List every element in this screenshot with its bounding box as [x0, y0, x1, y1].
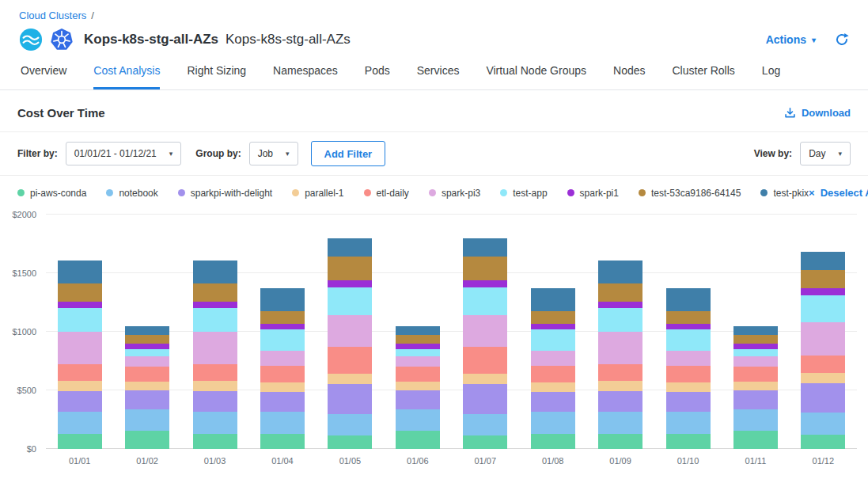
- bar-segment-etl-daily[interactable]: [125, 367, 169, 382]
- bar-segment-notebook[interactable]: [801, 413, 845, 435]
- bar-segment-parallel-1[interactable]: [666, 382, 711, 393]
- actions-button[interactable]: Actions ▾: [766, 33, 816, 46]
- bar-segment-spark-pi3[interactable]: [666, 351, 711, 366]
- bar-segment-etl-daily[interactable]: [328, 347, 372, 374]
- bar-segment-spark-pi1[interactable]: [328, 280, 372, 287]
- tab-cost-analysis[interactable]: Cost Analysis: [93, 64, 160, 89]
- bar-segment-test-pkix[interactable]: [260, 288, 305, 311]
- bar-segment-test-pkix[interactable]: [666, 288, 711, 311]
- legend-item-test-app[interactable]: test-app: [500, 188, 547, 199]
- bar-segment-sparkpi-with-delight[interactable]: [260, 392, 305, 412]
- bar-segment-spark-pi3[interactable]: [531, 351, 575, 366]
- bar-segment-spark-pi3[interactable]: [733, 356, 778, 367]
- bar-segment-notebook[interactable]: [598, 412, 642, 434]
- bar-segment-spark-pi3[interactable]: [125, 356, 169, 367]
- bar-segment-test-app[interactable]: [396, 349, 440, 357]
- bar-segment-notebook[interactable]: [193, 412, 237, 434]
- bar-segment-parallel-1[interactable]: [396, 382, 440, 390]
- tab-services[interactable]: Services: [417, 64, 460, 89]
- bar-segment-test-53ca9186-64145[interactable]: [125, 335, 169, 343]
- bar-segment-sparkpi-with-delight[interactable]: [328, 384, 372, 414]
- bar-segment-parallel-1[interactable]: [598, 381, 642, 391]
- tab-nodes[interactable]: Nodes: [613, 64, 645, 89]
- bar-segment-parallel-1[interactable]: [125, 382, 169, 390]
- legend-item-etl-daily[interactable]: etl-daily: [364, 188, 409, 199]
- bar-segment-test-pkix[interactable]: [531, 288, 575, 311]
- bar-segment-pi-aws-conda[interactable]: [531, 434, 575, 449]
- bar-segment-test-app[interactable]: [260, 329, 305, 351]
- bar-segment-notebook[interactable]: [463, 414, 507, 435]
- bar-segment-spark-pi1[interactable]: [396, 344, 440, 349]
- bar-segment-notebook[interactable]: [328, 414, 372, 435]
- stacked-bar-01-09[interactable]: [598, 215, 642, 449]
- bar-segment-spark-pi3[interactable]: [193, 332, 237, 364]
- bar-segment-parallel-1[interactable]: [328, 374, 372, 384]
- bar-segment-spark-pi1[interactable]: [58, 302, 102, 308]
- legend-item-spark-pi1[interactable]: spark-pi1: [567, 188, 619, 199]
- bar-segment-sparkpi-with-delight[interactable]: [58, 391, 102, 412]
- bar-segment-test-app[interactable]: [801, 295, 845, 322]
- bar-segment-spark-pi1[interactable]: [666, 324, 711, 329]
- bar-segment-spark-pi3[interactable]: [801, 322, 845, 356]
- tab-cluster-rolls[interactable]: Cluster Rolls: [672, 64, 734, 89]
- bar-segment-test-app[interactable]: [193, 308, 237, 332]
- breadcrumb-link-cloud-clusters[interactable]: Cloud Clusters: [19, 10, 86, 21]
- bar-segment-spark-pi1[interactable]: [260, 324, 305, 329]
- bar-segment-spark-pi1[interactable]: [801, 288, 845, 295]
- bar-segment-test-53ca9186-64145[interactable]: [666, 311, 711, 324]
- tab-log[interactable]: Log: [762, 64, 780, 89]
- bar-segment-parallel-1[interactable]: [801, 373, 845, 383]
- bar-segment-test-pkix[interactable]: [125, 326, 169, 336]
- bar-segment-sparkpi-with-delight[interactable]: [125, 390, 169, 409]
- download-button[interactable]: Download: [784, 107, 851, 119]
- bar-segment-test-app[interactable]: [328, 287, 372, 315]
- bar-segment-test-53ca9186-64145[interactable]: [531, 311, 575, 324]
- tab-right-sizing[interactable]: Right Sizing: [187, 64, 246, 89]
- bar-segment-sparkpi-with-delight[interactable]: [598, 391, 642, 412]
- bar-segment-pi-aws-conda[interactable]: [260, 434, 305, 449]
- bar-segment-test-app[interactable]: [531, 329, 575, 351]
- bar-segment-notebook[interactable]: [58, 412, 102, 434]
- date-range-select[interactable]: 01/01/21 - 01/12/21 ▾: [66, 142, 182, 165]
- stacked-bar-01-12[interactable]: [801, 215, 845, 449]
- bar-segment-sparkpi-with-delight[interactable]: [396, 390, 440, 409]
- bar-segment-test-53ca9186-64145[interactable]: [396, 335, 440, 343]
- bar-segment-etl-daily[interactable]: [193, 364, 237, 381]
- stacked-bar-01-02[interactable]: [125, 215, 169, 449]
- bar-segment-notebook[interactable]: [396, 409, 440, 431]
- bar-segment-notebook[interactable]: [531, 412, 575, 433]
- bar-segment-test-pkix[interactable]: [328, 238, 372, 257]
- bar-segment-pi-aws-conda[interactable]: [598, 434, 642, 449]
- bar-segment-test-app[interactable]: [125, 349, 169, 357]
- stacked-bar-01-08[interactable]: [531, 215, 575, 449]
- add-filter-button[interactable]: Add Filter: [311, 141, 386, 166]
- bar-segment-test-53ca9186-64145[interactable]: [260, 311, 305, 324]
- bar-segment-spark-pi1[interactable]: [531, 324, 575, 329]
- bar-segment-spark-pi3[interactable]: [58, 332, 102, 364]
- bar-segment-pi-aws-conda[interactable]: [801, 435, 845, 449]
- bar-segment-test-app[interactable]: [666, 329, 711, 351]
- bar-segment-etl-daily[interactable]: [260, 366, 305, 382]
- bar-segment-etl-daily[interactable]: [58, 364, 102, 381]
- group-by-select[interactable]: Job ▾: [249, 142, 298, 165]
- bar-segment-test-pkix[interactable]: [193, 261, 237, 283]
- stacked-bar-01-10[interactable]: [666, 215, 711, 449]
- bar-segment-pi-aws-conda[interactable]: [396, 431, 440, 449]
- stacked-bar-01-07[interactable]: [463, 215, 507, 449]
- bar-segment-notebook[interactable]: [666, 412, 711, 433]
- bar-segment-pi-aws-conda[interactable]: [193, 434, 237, 449]
- bar-segment-spark-pi1[interactable]: [598, 302, 642, 308]
- bar-segment-sparkpi-with-delight[interactable]: [193, 391, 237, 412]
- legend-item-spark-pi3[interactable]: spark-pi3: [429, 188, 480, 199]
- bar-segment-test-53ca9186-64145[interactable]: [328, 257, 372, 280]
- bar-segment-sparkpi-with-delight[interactable]: [531, 392, 575, 412]
- bar-segment-pi-aws-conda[interactable]: [733, 431, 778, 449]
- stacked-bar-01-01[interactable]: [58, 215, 102, 449]
- bar-segment-etl-daily[interactable]: [733, 367, 778, 382]
- stacked-bar-01-05[interactable]: [328, 215, 372, 449]
- bar-segment-spark-pi3[interactable]: [260, 351, 305, 366]
- bar-segment-test-pkix[interactable]: [733, 326, 778, 336]
- bar-segment-parallel-1[interactable]: [260, 382, 305, 393]
- bar-segment-test-pkix[interactable]: [58, 261, 102, 283]
- tab-namespaces[interactable]: Namespaces: [273, 64, 338, 89]
